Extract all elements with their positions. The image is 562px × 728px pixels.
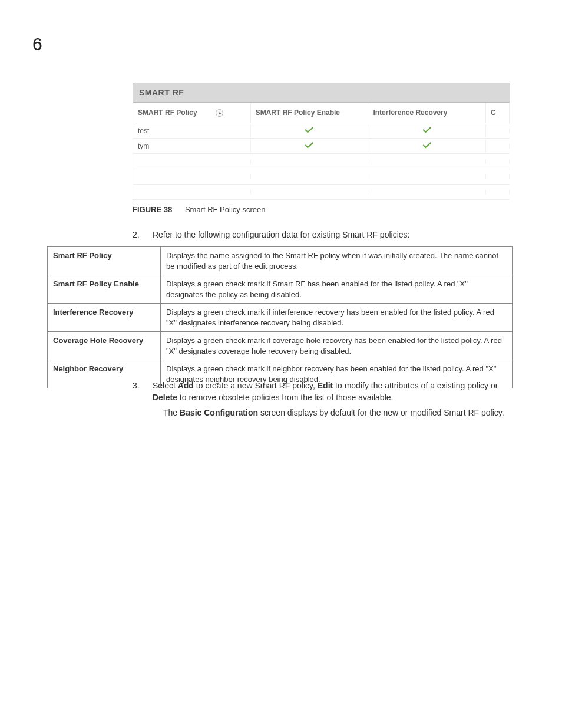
- header-col4-truncated[interactable]: C: [486, 103, 510, 123]
- check-icon: [305, 127, 313, 135]
- config-label: Smart RF Policy Enable: [48, 275, 161, 304]
- table-row[interactable]: [133, 185, 510, 200]
- add-label: Add: [178, 381, 194, 390]
- cell-col4: [486, 129, 510, 133]
- cell-interference: [368, 190, 486, 195]
- check-icon: [305, 142, 313, 150]
- cell-enable: [251, 140, 369, 153]
- check-icon: [423, 127, 431, 135]
- cell-policy: tym: [133, 140, 251, 153]
- text-fragment: screen displays by default for the new o…: [258, 408, 504, 417]
- cell-enable: [251, 190, 369, 195]
- cell-policy: [133, 159, 251, 164]
- figure-caption: FIGURE 38 Smart RF Policy screen: [133, 205, 265, 214]
- step-text: Refer to the following configuration dat…: [153, 230, 410, 239]
- table-row: Interference RecoveryDisplays a green ch…: [48, 304, 513, 332]
- config-label: Interference Recovery: [48, 304, 161, 332]
- cell-enable: [251, 124, 369, 137]
- cell-policy: [133, 190, 251, 195]
- figure-caption-text: Smart RF Policy screen: [185, 205, 266, 214]
- table-row[interactable]: [133, 154, 510, 169]
- cell-policy: [133, 174, 251, 179]
- sort-asc-icon[interactable]: [216, 109, 223, 117]
- cell-interference: [368, 140, 486, 153]
- step-2: 2. Refer to the following configuration …: [133, 229, 409, 241]
- cell-col4: [486, 144, 510, 149]
- config-description: Displays a green check mark if interfere…: [161, 304, 513, 332]
- text-fragment: to modify the attributes of a existing p…: [333, 381, 498, 390]
- check-icon: [423, 142, 431, 150]
- text-fragment: to create a new Smart RF policy,: [194, 381, 318, 390]
- cell-col4: [486, 159, 510, 164]
- step-number: 2.: [133, 229, 150, 241]
- step-number: 3.: [133, 380, 150, 391]
- header-label: SMART RF Policy: [138, 108, 197, 117]
- sub-paragraph: The Basic Configuration screen displays …: [163, 407, 511, 419]
- page-number: 6: [32, 34, 42, 54]
- screenshot-title: SMART RF: [133, 83, 510, 103]
- text-fragment: The: [163, 408, 180, 417]
- config-description: Displays a green check mark if coverage …: [161, 332, 513, 360]
- table-row[interactable]: test: [133, 123, 510, 139]
- cell-enable: [251, 174, 369, 179]
- edit-label: Edit: [318, 381, 333, 390]
- figure-label: FIGURE 38: [133, 205, 172, 214]
- step-3: 3. Select Add to create a new Smart RF p…: [133, 380, 513, 404]
- cell-interference: [368, 174, 486, 179]
- cell-col4: [486, 174, 510, 179]
- header-interference-recovery[interactable]: Interference Recovery: [368, 103, 486, 123]
- cell-interference: [368, 124, 486, 137]
- config-description: Displays the name assigned to the Smart …: [161, 247, 513, 275]
- text-fragment: to remove obsolete policies from the lis…: [177, 393, 394, 402]
- text-fragment: Select: [153, 381, 178, 390]
- cell-interference: [368, 159, 486, 164]
- table-row: Smart RF Policy EnableDisplays a green c…: [48, 275, 513, 304]
- basic-configuration-label: Basic Configuration: [180, 408, 258, 417]
- cell-policy: test: [133, 124, 251, 137]
- cell-enable: [251, 159, 369, 164]
- delete-label: Delete: [153, 393, 177, 402]
- header-smart-rf-policy[interactable]: SMART RF Policy: [133, 103, 251, 123]
- table-row[interactable]: [133, 169, 510, 185]
- table-row: Smart RF PolicyDisplays the name assigne…: [48, 247, 513, 275]
- table-row: Coverage Hole RecoveryDisplays a green c…: [48, 332, 513, 360]
- screenshot-header-row: SMART RF Policy SMART RF Policy Enable I…: [133, 103, 510, 123]
- header-policy-enable[interactable]: SMART RF Policy Enable: [251, 103, 369, 123]
- table-row[interactable]: tym: [133, 139, 510, 154]
- smart-rf-screenshot: SMART RF SMART RF Policy SMART RF Policy…: [133, 83, 510, 200]
- config-label: Coverage Hole Recovery: [48, 332, 161, 360]
- configuration-data-table: Smart RF PolicyDisplays the name assigne…: [47, 246, 513, 388]
- cell-col4: [486, 190, 510, 195]
- config-label: Smart RF Policy: [48, 247, 161, 275]
- config-description: Displays a green check mark if Smart RF …: [161, 275, 513, 304]
